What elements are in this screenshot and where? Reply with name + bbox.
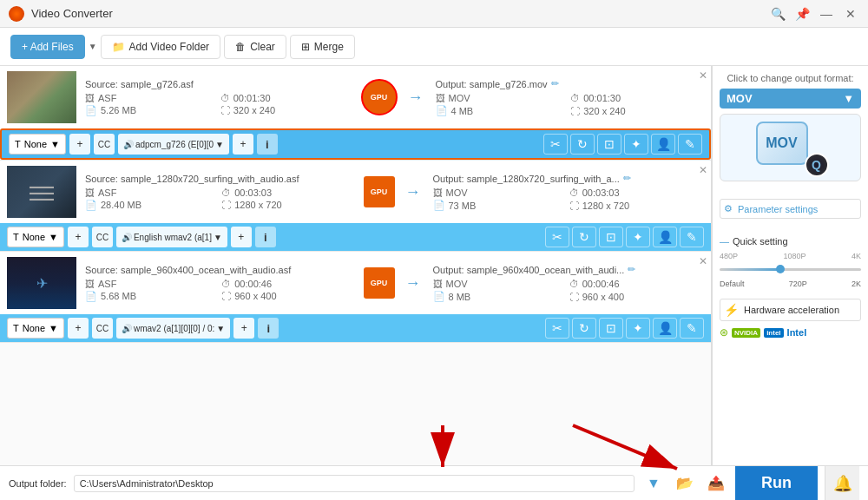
add-video-folder-button[interactable]: 📁 Add Video Folder bbox=[101, 35, 221, 59]
subtitle-tool-2[interactable]: ✎ bbox=[680, 227, 704, 247]
close-file-1[interactable]: ✕ bbox=[699, 69, 707, 82]
effects-tool-1[interactable]: ✦ bbox=[624, 134, 648, 155]
right-panel: Click to change output format: MOV ▼ MOV… bbox=[712, 66, 868, 465]
add-audio-2[interactable]: + bbox=[231, 227, 252, 247]
file-row-1: Source: sample_g726.asf 🖼 ASF ⏱ 00:01:30… bbox=[0, 66, 711, 128]
file-list: Source: sample_g726.asf 🖼 ASF ⏱ 00:01:30… bbox=[0, 66, 712, 465]
edit-icon-1[interactable]: ✏ bbox=[551, 78, 559, 89]
watermark-tool-3[interactable]: 👤 bbox=[653, 318, 677, 339]
dropdown-arrow-format: ▼ bbox=[843, 92, 854, 105]
folder-open-btn[interactable]: 📂 bbox=[673, 471, 697, 496]
crop-tool-2[interactable]: ⊡ bbox=[599, 227, 623, 247]
cc-btn-2[interactable]: CC bbox=[92, 227, 113, 247]
cc-btn-1[interactable]: CC bbox=[94, 134, 115, 155]
add-audio-1[interactable]: + bbox=[233, 134, 253, 155]
close-file-2[interactable]: ✕ bbox=[699, 164, 707, 176]
edit-icon-2[interactable]: ✏ bbox=[623, 173, 631, 184]
gpu-badge-2: GPU bbox=[364, 176, 395, 207]
output-info-2: Output: sample_1280x720_surfing_with_a..… bbox=[428, 173, 705, 211]
main-content: Source: sample_g726.asf 🖼 ASF ⏱ 00:01:30… bbox=[0, 66, 868, 465]
file-item-1: Source: sample_g726.asf 🖼 ASF ⏱ 00:01:30… bbox=[0, 66, 711, 161]
thumbnail-3: ✈ bbox=[7, 257, 76, 309]
cut-tool-3[interactable]: ✂ bbox=[545, 318, 569, 339]
quality-labels: 480P 1080P 4K bbox=[720, 252, 861, 260]
alarm-button[interactable]: 🔔 bbox=[825, 466, 859, 501]
merge-button[interactable]: ⊞ Merge bbox=[290, 35, 355, 59]
gpu-badge-1: GPU bbox=[361, 79, 398, 115]
down-arrow-btn[interactable]: ▼ bbox=[641, 471, 666, 496]
hw-accel-btn[interactable]: ⚡ Hardware acceleration bbox=[720, 299, 861, 321]
subtitle-tool-1[interactable]: ✎ bbox=[678, 134, 702, 155]
audio-track-3[interactable]: 🔊wmav2 (a[1][0][0] / 0:▼ bbox=[116, 318, 230, 339]
audio-track-2[interactable]: 🔊English wmav2 (a[1]▼ bbox=[116, 227, 227, 247]
file-item-2: ▬▬▬▬▬▬▬▬▬▬▬▬ Source: sample_1280x720_sur… bbox=[0, 161, 711, 252]
thumbnail-1 bbox=[7, 71, 76, 123]
param-settings-btn[interactable]: ⚙ Parameter settings bbox=[720, 199, 861, 219]
effects-tool-3[interactable]: ✦ bbox=[626, 318, 650, 339]
add-files-button[interactable]: + Add Files bbox=[10, 35, 85, 59]
info-btn-2[interactable]: i bbox=[255, 227, 276, 247]
title-bar-controls: 🔍 📌 — ✕ bbox=[769, 5, 859, 23]
quality-slider-thumb[interactable] bbox=[776, 265, 785, 273]
cc-btn-3[interactable]: CC bbox=[92, 318, 113, 339]
watermark-tool-1[interactable]: 👤 bbox=[651, 134, 675, 155]
output-resolution-1: ⛶ 320 x 240 bbox=[570, 105, 699, 116]
tool-buttons-2: ✂ ↻ ⊡ ✦ 👤 ✎ bbox=[545, 227, 704, 247]
close-button[interactable]: ✕ bbox=[842, 5, 859, 23]
source-resolution-2: ⛶1280 x 720 bbox=[221, 200, 351, 211]
rotate-tool-2[interactable]: ↻ bbox=[572, 227, 596, 247]
subtitle-dropdown-1[interactable]: T None ▼ bbox=[9, 134, 66, 155]
nvidia-logo-icon: ⊛ bbox=[720, 326, 728, 339]
gpu-badge-3: GPU bbox=[364, 267, 395, 299]
rotate-tool-3[interactable]: ↻ bbox=[572, 318, 596, 339]
cut-tool-1[interactable]: ✂ bbox=[543, 134, 568, 155]
effects-tool-2[interactable]: ✦ bbox=[626, 227, 650, 247]
format-label: Click to change output format: bbox=[720, 73, 861, 83]
add-audio-3[interactable]: + bbox=[233, 318, 254, 339]
add-subtitle-1[interactable]: + bbox=[69, 134, 90, 155]
info-btn-1[interactable]: i bbox=[257, 134, 278, 155]
clear-button[interactable]: 🗑 Clear bbox=[224, 35, 286, 59]
run-button[interactable]: Run bbox=[735, 466, 818, 501]
audio-track-1[interactable]: 🔊 adpcm_g726 (E[0][0 ▼ bbox=[118, 134, 229, 155]
tool-buttons-3: ✂ ↻ ⊡ ✦ 👤 ✎ bbox=[545, 318, 704, 339]
format-selector[interactable]: MOV ▼ bbox=[720, 89, 861, 109]
output-meta-3: 🖼MOV ⏱00:00:46 📄8 MB ⛶960 x 400 bbox=[433, 279, 700, 302]
subtitle-dropdown-3[interactable]: TNone▼ bbox=[7, 318, 64, 339]
title-bar: Video Converter 🔍 📌 — ✕ bbox=[0, 0, 868, 28]
output-meta-1: 🖼 MOV ⏱ 00:01:30 📄 4 MB ⛶ bbox=[436, 93, 700, 116]
nvidia-badge: NVIDIA bbox=[732, 328, 760, 338]
source-duration-3: ⏱00:00:46 bbox=[221, 279, 351, 289]
crop-tool-1[interactable]: ⊡ bbox=[597, 134, 621, 155]
close-file-3[interactable]: ✕ bbox=[699, 255, 707, 267]
cut-tool-2[interactable]: ✂ bbox=[545, 227, 569, 247]
quality-marks: Default 720P 2K bbox=[720, 280, 861, 288]
dash-icon: — bbox=[720, 236, 729, 247]
subtitle-tool-3[interactable]: ✎ bbox=[680, 318, 704, 339]
minimize-button[interactable]: — bbox=[818, 5, 835, 23]
app-title: Video Converter bbox=[31, 7, 113, 20]
crop-tool-3[interactable]: ⊡ bbox=[599, 318, 623, 339]
resolution-icon-1: ⛶ bbox=[220, 105, 230, 115]
control-bar-2: TNone▼ + CC 🔊English wmav2 (a[1]▼ + i ✂ … bbox=[0, 223, 711, 251]
search-button[interactable]: 🔍 bbox=[769, 5, 786, 23]
add-files-dropdown-arrow[interactable]: ▼ bbox=[89, 42, 97, 51]
source-label-3: Source: sample_960x400_ocean_with_audio.… bbox=[85, 265, 352, 275]
output-path-input[interactable] bbox=[74, 475, 635, 492]
tool-buttons-1: ✂ ↻ ⊡ ✦ 👤 ✎ bbox=[543, 134, 702, 155]
subtitle-dropdown-2[interactable]: TNone▼ bbox=[7, 227, 64, 247]
output-info-3: Output: sample_960x400_ocean_with_audi..… bbox=[428, 264, 705, 302]
add-subtitle-2[interactable]: + bbox=[68, 227, 89, 247]
edit-icon-3[interactable]: ✏ bbox=[628, 264, 635, 275]
title-bar-left: Video Converter bbox=[9, 6, 113, 22]
info-btn-3[interactable]: i bbox=[258, 318, 279, 339]
pin-button[interactable]: 📌 bbox=[793, 5, 811, 23]
source-size-1: 📄 5.26 MB bbox=[85, 105, 214, 116]
rotate-tool-1[interactable]: ↻ bbox=[570, 134, 595, 155]
export-btn[interactable]: 📤 bbox=[704, 471, 728, 496]
watermark-tool-2[interactable]: 👤 bbox=[653, 227, 677, 247]
add-subtitle-3[interactable]: + bbox=[68, 318, 89, 339]
hw-accel-label: Hardware acceleration bbox=[744, 305, 839, 315]
source-meta-1: 🖼 ASF ⏱ 00:01:30 📄 5.26 MB ⛶ bbox=[85, 93, 349, 116]
source-label-2: Source: sample_1280x720_surfing_with_aud… bbox=[85, 174, 352, 184]
